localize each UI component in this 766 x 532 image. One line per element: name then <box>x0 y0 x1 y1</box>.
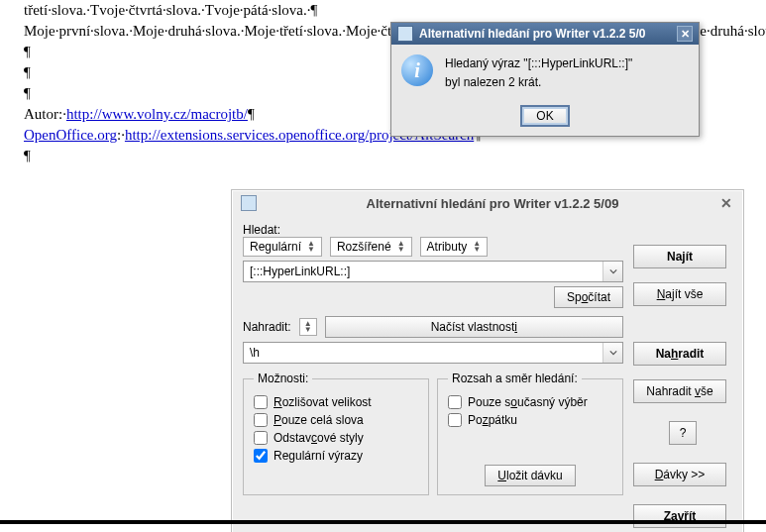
info-dialog-titlebar[interactable]: Alternativní hledání pro Writer v1.2.2 5… <box>391 23 699 45</box>
updown-icon: ▲▼ <box>307 241 315 253</box>
replace-all-button[interactable]: Nahradit vše <box>633 379 726 403</box>
pilcrow: ¶ <box>24 146 756 166</box>
author-label: Autor:· <box>24 106 66 122</box>
save-batch-button[interactable]: Uložit dávku <box>485 465 575 486</box>
pilcrow: ¶ <box>248 106 255 122</box>
info-line2: byl nalezen 2 krát. <box>445 73 632 92</box>
replace-label: Nahradit: <box>243 320 291 334</box>
case-checkbox-row[interactable]: Rozlišovat velikost <box>254 395 418 409</box>
whole-words-checkbox[interactable] <box>254 413 268 427</box>
count-button[interactable]: Spočítat <box>554 286 623 308</box>
info-line1: Hledaný výraz "[:::HyperLinkURL::]" <box>445 54 632 73</box>
paragraph: třetí·slova.·Tvoje·čtvrtá·slova.·Tvoje·p… <box>24 0 756 21</box>
load-properties-button[interactable]: Načíst vlastnosti <box>325 316 623 338</box>
dropdown-button[interactable] <box>602 343 622 363</box>
selection-only-checkbox-row[interactable]: Pouze současný výběr <box>448 395 612 409</box>
extended-spinner[interactable]: Rozšířené▲▼ <box>330 237 412 257</box>
options-fieldset: Možnosti: Rozlišovat velikost Pouze celá… <box>243 372 429 495</box>
chevron-down-icon <box>609 349 617 357</box>
attributes-spinner[interactable]: Atributy▲▼ <box>420 237 489 257</box>
selection-only-checkbox[interactable] <box>448 395 462 409</box>
separator: :· <box>117 127 125 143</box>
options-legend: Možnosti: <box>254 372 312 385</box>
updown-icon: ▲▼ <box>397 241 405 253</box>
info-dialog-buttons: OK <box>391 102 699 136</box>
paragraph-styles-checkbox[interactable] <box>254 431 268 445</box>
replace-button[interactable]: Nahradit <box>633 342 726 366</box>
scope-legend: Rozsah a směr hledání: <box>448 372 582 385</box>
help-button[interactable]: ? <box>669 421 697 445</box>
replace-spinner[interactable]: ▲▼ <box>299 318 317 336</box>
chevron-down-icon <box>609 267 617 275</box>
backwards-checkbox[interactable] <box>448 413 462 427</box>
author-link[interactable]: http://www.volny.cz/macrojtb/ <box>66 106 248 122</box>
replace-combo <box>243 342 623 364</box>
search-dialog: Alternativní hledání pro Writer v1.2.2 5… <box>232 190 743 532</box>
find-all-button[interactable]: Najít vše <box>633 282 726 306</box>
app-icon <box>397 26 413 42</box>
search-dialog-titlebar[interactable]: Alternativní hledání pro Writer v1.2.2 5… <box>233 191 742 215</box>
regular-spinner[interactable]: Regulární▲▼ <box>243 237 322 257</box>
info-message: Hledaný výraz "[:::HyperLinkURL::]" byl … <box>445 54 632 92</box>
batch-button[interactable]: Dávky >> <box>633 463 726 486</box>
paragraph-styles-checkbox-row[interactable]: Odstavcové styly <box>254 431 418 445</box>
close-button[interactable]: Zavřít <box>633 504 726 528</box>
find-button[interactable]: Najít <box>633 245 726 268</box>
openoffice-label-link[interactable]: OpenOffice.org <box>24 127 117 143</box>
ok-button[interactable]: OK <box>521 106 568 126</box>
dropdown-button[interactable] <box>602 262 622 281</box>
info-dialog: Alternativní hledání pro Writer v1.2.2 5… <box>390 22 700 137</box>
page-rule <box>0 520 766 524</box>
app-icon <box>241 195 257 211</box>
regex-checkbox[interactable] <box>254 449 268 463</box>
backwards-checkbox-row[interactable]: Pozpátku <box>448 413 612 427</box>
updown-icon: ▲▼ <box>473 241 481 253</box>
whole-words-checkbox-row[interactable]: Pouze celá slova <box>254 413 418 427</box>
info-icon: i <box>401 54 433 86</box>
info-dialog-body: i Hledaný výraz "[:::HyperLinkURL::]" by… <box>391 45 699 102</box>
info-dialog-title: Alternativní hledání pro Writer v1.2.2 5… <box>419 27 646 41</box>
search-input[interactable] <box>244 262 602 281</box>
updown-icon: ▲▼ <box>304 321 312 333</box>
scope-fieldset: Rozsah a směr hledání: Pouze současný vý… <box>437 372 623 495</box>
search-label: Hledat: <box>243 223 623 237</box>
close-icon[interactable]: ✕ <box>718 195 734 211</box>
replace-input[interactable] <box>244 343 602 363</box>
search-dialog-title: Alternativní hledání pro Writer v1.2.2 5… <box>267 196 718 211</box>
case-checkbox[interactable] <box>254 395 268 409</box>
regex-checkbox-row[interactable]: Regulární výrazy <box>254 449 418 463</box>
close-icon[interactable]: ✕ <box>677 26 693 42</box>
search-combo <box>243 261 623 282</box>
